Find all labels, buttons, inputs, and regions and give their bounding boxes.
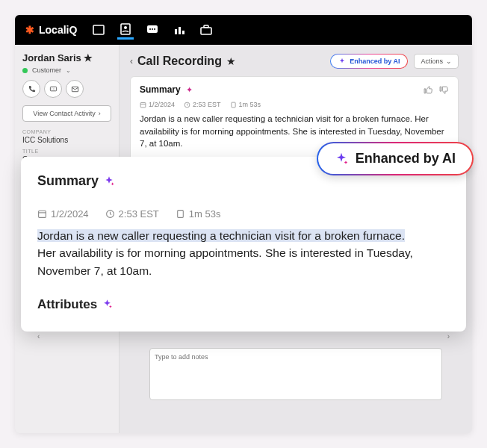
sparkle-icon	[103, 175, 115, 187]
overlay-date: 1/2/2024	[51, 208, 89, 220]
phone-button[interactable]	[22, 80, 40, 98]
enhanced-label: Enhanced by AI	[350, 57, 400, 65]
actions-label: Actions	[421, 57, 443, 65]
topnav	[90, 21, 214, 40]
contact-status[interactable]: Customer ⌄	[22, 66, 111, 74]
nav-contacts-icon[interactable]	[117, 23, 134, 40]
view-activity-label: View Contact Activity	[33, 110, 95, 117]
status-dot-icon	[22, 68, 28, 73]
thumbs-up-button[interactable]	[424, 85, 433, 95]
card-date: 1/2/2024	[149, 101, 175, 108]
svg-point-14	[53, 88, 54, 89]
company-label: COMPANY	[22, 129, 111, 134]
svg-point-4	[149, 28, 151, 30]
enhanced-label-large: Enhanced by AI	[356, 151, 456, 167]
sparkle-icon	[102, 299, 113, 310]
actions-dropdown[interactable]: Actions ⌄	[414, 54, 459, 69]
summary-title: Summary	[140, 84, 181, 95]
svg-point-15	[54, 88, 55, 89]
svg-rect-17	[140, 102, 146, 107]
svg-rect-8	[179, 27, 181, 34]
enhanced-by-ai-pill: Enhanced by AI	[317, 142, 474, 175]
svg-rect-11	[204, 25, 208, 28]
card-duration: 1m 53s	[239, 101, 261, 108]
svg-rect-19	[231, 102, 235, 108]
svg-rect-20	[39, 211, 46, 217]
calendar-icon	[37, 209, 47, 219]
view-contact-activity-button[interactable]: View Contact Activity ›	[22, 105, 111, 122]
brand: ✱ LocaliQ	[25, 24, 77, 36]
title-label: TITLE	[22, 149, 111, 154]
status-label: Customer	[32, 66, 61, 74]
svg-rect-22	[178, 211, 184, 218]
overlay-summary-line1: Jordan is a new caller requesting a tech…	[37, 229, 405, 242]
sparkle-icon: ✦	[186, 85, 193, 94]
svg-point-13	[52, 88, 52, 89]
svg-point-5	[152, 28, 153, 30]
sparkle-icon	[335, 152, 348, 166]
duration-icon	[230, 102, 237, 108]
brand-mark-icon: ✱	[25, 24, 34, 36]
clock-icon	[184, 102, 190, 108]
star-icon[interactable]: ★	[226, 55, 236, 67]
contact-name: Jordan Saris ★	[22, 52, 111, 63]
email-button[interactable]	[66, 80, 84, 98]
nav-inbox-icon[interactable]	[90, 22, 107, 38]
duration-icon	[176, 209, 185, 219]
back-button[interactable]: ‹	[130, 56, 133, 66]
calendar-icon	[140, 102, 146, 108]
svg-rect-0	[93, 25, 104, 34]
thumbs-down-button[interactable]	[439, 85, 449, 95]
summary-overlay: Enhanced by AI Summary 1/2/2024 2:53 EST…	[21, 157, 466, 332]
notes-textarea[interactable]	[149, 348, 442, 400]
svg-point-2	[124, 26, 127, 29]
svg-rect-10	[201, 28, 211, 34]
chevron-down-icon: ⌄	[66, 67, 71, 74]
chevron-right-icon: ›	[99, 110, 101, 117]
card-time: 2:53 EST	[193, 101, 221, 108]
page-title: Call Recording	[137, 55, 222, 68]
svg-rect-7	[175, 29, 177, 34]
activity-notes	[149, 348, 442, 403]
company-value: ICC Solutions	[22, 136, 111, 144]
message-button[interactable]	[44, 80, 62, 98]
overlay-duration: 1m 53s	[189, 208, 221, 220]
nav-chat-icon[interactable]	[144, 22, 161, 38]
overlay-time: 2:53 EST	[119, 208, 159, 220]
topbar: ✱ LocaliQ	[15, 15, 472, 45]
brand-name: LocaliQ	[39, 24, 77, 36]
svg-point-6	[154, 28, 155, 30]
overlay-summary: Jordan is a new caller requesting a tech…	[37, 227, 450, 279]
chevron-down-icon: ⌄	[446, 57, 452, 65]
nav-reports-icon[interactable]	[171, 22, 187, 38]
overlay-attributes-title: Attributes	[37, 297, 97, 312]
scroll-right-icon[interactable]: ›	[447, 332, 450, 340]
nav-work-icon[interactable]	[198, 22, 214, 38]
scroll-left-icon[interactable]: ‹	[37, 332, 40, 340]
overlay-summary-line2: Her availability is for morning appointm…	[37, 246, 413, 276]
overlay-title: Summary	[37, 173, 99, 189]
svg-rect-9	[182, 31, 184, 34]
sparkle-icon	[338, 57, 346, 65]
clock-icon	[105, 209, 115, 219]
enhanced-by-ai-badge: Enhanced by AI	[330, 54, 408, 69]
